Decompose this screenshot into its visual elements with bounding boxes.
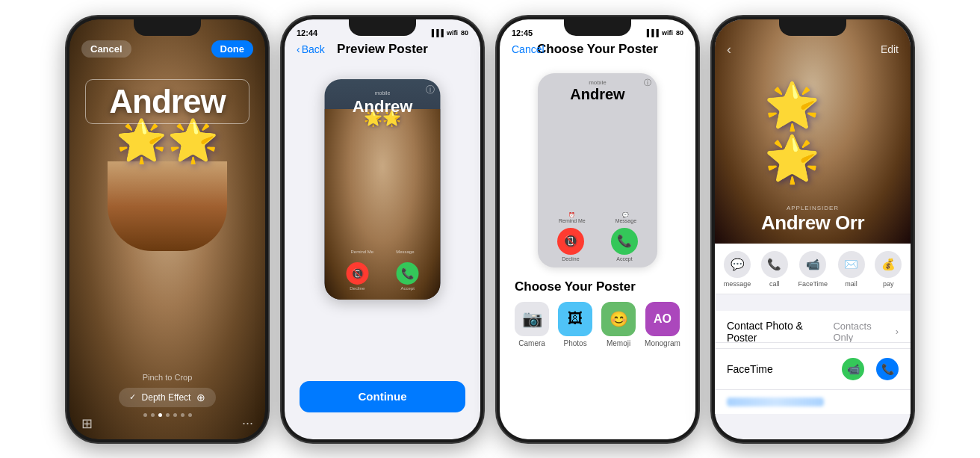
back-label: Back — [302, 43, 325, 55]
continue-label: Continue — [359, 390, 407, 403]
action-mail[interactable]: ✉️ mail — [838, 251, 865, 288]
message-icon: 💬 — [615, 212, 636, 218]
poster-accept-label: Accept — [611, 256, 638, 262]
notch-3 — [564, 19, 631, 36]
pinch-to-crop-label: Pinch to Crop — [143, 373, 193, 382]
poster-preview-card: mobile Andrew ⓘ ⏰ Remind Me 💬 Message — [538, 73, 657, 267]
continue-button[interactable]: Continue — [300, 381, 465, 412]
preview-header-text: mobile Andrew — [325, 79, 441, 117]
checkmark-icon: ✓ — [129, 392, 136, 402]
edit-button[interactable]: Edit — [881, 43, 899, 55]
message-action-label: message — [724, 280, 751, 288]
poster-opt-monogram[interactable]: AO Monogram — [645, 302, 680, 347]
memoji-label: Memoji — [607, 339, 630, 347]
phone-1-poster-editor: 🌟🌟 Cancel Done Andrew Pinch to Crop ✓ De… — [66, 16, 268, 442]
accept-btn[interactable]: 📞 — [397, 262, 419, 285]
monogram-icon: AO — [645, 302, 680, 336]
status-time-3: 12:45 — [512, 28, 533, 37]
contact-source: APPLEINSIDER — [715, 205, 911, 211]
contact-actions-row: 💬 message 📞 call 📹 FaceTime ✉️ mail 💰 pa… — [715, 244, 911, 294]
battery-icon: 80 — [461, 29, 468, 37]
poster-opt-camera[interactable]: 📷 Camera — [515, 302, 549, 347]
mail-action-label: mail — [845, 280, 858, 288]
phone1-bottom-controls: Pinch to Crop ✓ Depth Effect ⊕ — [69, 373, 265, 417]
notch-1 — [134, 19, 201, 36]
chevron-right-icon: › — [896, 326, 899, 337]
chevron-left-icon: ‹ — [297, 43, 300, 55]
cancel-button[interactable]: Cancel — [81, 40, 131, 58]
back-button-4[interactable]: ‹ — [727, 42, 731, 58]
face-overlay-1: 🌟🌟 — [108, 117, 227, 251]
wifi-icon-3: wifi — [662, 29, 673, 37]
message-text: Message — [615, 218, 636, 223]
choose-poster-title: Choose Your Poster — [537, 42, 658, 57]
contact-name: Andrew — [109, 83, 225, 120]
accept-label: Accept — [397, 286, 419, 291]
photos-label: Photos — [564, 339, 587, 347]
facetime-action-icon: 📹 — [799, 251, 826, 278]
call-action-icon: 📞 — [761, 251, 788, 278]
phone-4-contact-detail: 🌟🌟 ‹ Edit APPLEINSIDER Andrew Orr 💬 mess… — [712, 16, 914, 442]
back-button[interactable]: ‹ Back — [297, 43, 325, 55]
signal-icon-3: ▐▐▐ — [645, 29, 659, 37]
action-message[interactable]: 💬 message — [724, 251, 751, 288]
pay-action-icon: 💰 — [875, 251, 902, 278]
phone4-top-bar: ‹ Edit — [715, 42, 911, 58]
action-pay[interactable]: 💰 pay — [875, 251, 902, 288]
poster-info-icon: ⓘ — [644, 78, 651, 88]
preview-card: 🌟🌟 mobile Andrew ⓘ Remind Me Message 📵 — [325, 79, 441, 300]
camera-icon: 📷 — [515, 302, 549, 336]
facetime-label: FaceTime — [727, 363, 773, 375]
message-action-icon: 💬 — [724, 251, 751, 278]
action-facetime[interactable]: 📹 FaceTime — [798, 251, 828, 288]
contact-hero-photo: 🌟🌟 ‹ Edit APPLEINSIDER Andrew Orr — [715, 19, 911, 244]
poster-accept-btn[interactable]: 📞 — [611, 228, 638, 255]
poster-call-area: ⏰ Remind Me 💬 Message 📵 Decline 📞 — [538, 206, 657, 267]
notch-4 — [779, 19, 846, 36]
choose-poster-header: Cancel Choose Your Poster — [500, 42, 695, 57]
beard-area — [108, 161, 227, 251]
remind-me-text: Remind Me — [559, 218, 586, 223]
gallery-icon[interactable]: ⊞ — [81, 415, 93, 432]
poster-mobile-label: mobile — [547, 79, 648, 86]
notch-2 — [349, 19, 416, 36]
remind-me-label: Remind Me — [350, 250, 373, 254]
phone1-icons-row: ⊞ ··· — [81, 415, 253, 432]
poster-decline-btn[interactable]: 📵 — [557, 228, 584, 255]
choose-section-heading: Choose Your Poster — [515, 279, 636, 294]
cancel-button-3[interactable]: Cancel — [512, 43, 545, 55]
memoji-icon: 😊 — [601, 302, 636, 336]
poster-card-top: mobile Andrew — [538, 73, 657, 106]
facetime-phone-icon[interactable]: 📞 — [876, 358, 899, 380]
poster-opt-memoji[interactable]: 😊 Memoji — [601, 302, 636, 347]
phone-number-display — [727, 397, 824, 406]
monogram-label: Monogram — [645, 339, 680, 347]
poster-big-btns: 📵 Decline 📞 Accept — [544, 228, 651, 262]
phone-3-choose-poster: 12:45 ▐▐▐ wifi 80 Cancel Choose Your Pos… — [497, 16, 698, 442]
action-call[interactable]: 📞 call — [761, 251, 788, 288]
phone-2-preview-poster: 12:44 ▐▐▐ wifi 80 ‹ Back Preview Poster … — [282, 16, 483, 442]
call-buttons-row: 📵 Decline 📞 Accept — [325, 258, 441, 294]
preview-poster-title: Preview Poster — [337, 42, 428, 57]
decline-btn[interactable]: 📵 — [346, 262, 368, 285]
contact-photo-label: Contact Photo & Poster — [727, 320, 833, 344]
contacts-only-text: Contacts Only — [833, 321, 892, 343]
info-icon: ⓘ — [426, 84, 435, 96]
poster-opt-photos[interactable]: 🖼 Photos — [558, 302, 592, 347]
phone-number-row[interactable] — [715, 389, 911, 414]
more-options-icon[interactable]: ··· — [242, 415, 253, 431]
contact-name-area: APPLEINSIDER Andrew Orr — [715, 205, 911, 235]
photos-icon: 🖼 — [558, 302, 592, 336]
preview-call-area: Remind Me Message 📵 Decline 📞 Accept — [325, 248, 441, 294]
message-label: Message — [396, 250, 414, 254]
done-button[interactable]: Done — [211, 40, 254, 58]
depth-effect-toggle[interactable]: ✓ Depth Effect ⊕ — [119, 388, 217, 407]
call-action-label: call — [769, 280, 780, 288]
poster-options-row: 📷 Camera 🖼 Photos 😊 Memoji AO Monogram — [500, 302, 695, 347]
camera-label: Camera — [518, 339, 545, 347]
facetime-video-icon[interactable]: 📹 — [842, 358, 864, 380]
depth-effect-label: Depth Effect — [142, 392, 191, 403]
name-edit-box[interactable]: Andrew — [85, 79, 249, 124]
hero-star-glasses: 🌟🌟 — [764, 79, 862, 185]
battery-icon-3: 80 — [676, 29, 683, 37]
